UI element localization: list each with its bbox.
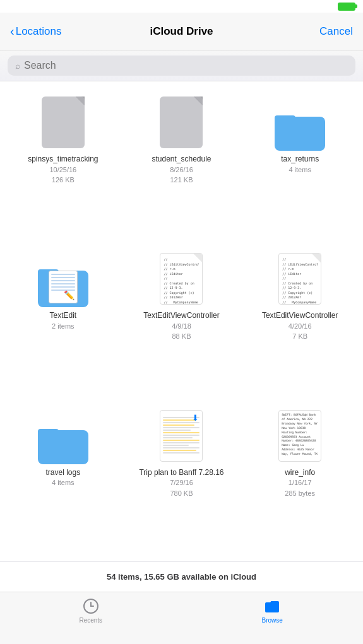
folder-icon: ✏️: [38, 250, 88, 307]
file-meta-items: 2 items: [52, 322, 74, 331]
file-meta-size: 780 KB: [170, 489, 193, 498]
nav-title: iCloud Drive: [150, 25, 213, 38]
tab-bar: Recents Browse: [0, 592, 363, 644]
list-item[interactable]: // // iEditViewControlle // r.m // iEdit…: [242, 245, 358, 397]
file-name: travel logs: [45, 468, 80, 478]
list-item[interactable]: student_schedule 8/26/16 121 KB: [124, 89, 240, 240]
file-icon: [38, 94, 88, 151]
file-grid: spinsys_timetracking 10/25/16 126 KB stu…: [0, 81, 363, 561]
file-meta-size: 88 KB: [172, 332, 191, 341]
file-meta-date: 4/9/18: [172, 322, 191, 331]
file-name: spinsys_timetracking: [28, 155, 98, 165]
list-item[interactable]: SWIFT: BOFAUSqN Bank of America, NA 222 …: [242, 402, 358, 554]
file-icon: // // iEditViewControlle // r.m // iEdit…: [156, 250, 206, 307]
file-meta-date: 7/29/16: [170, 478, 193, 488]
search-input[interactable]: [24, 60, 348, 71]
file-name: Trip plan to Banff 7.28.16: [139, 468, 223, 478]
file-meta-items: 4 items: [289, 165, 311, 175]
file-name: wire_info: [285, 468, 315, 478]
battery-icon: [338, 3, 355, 11]
back-label: Locations: [16, 25, 62, 38]
file-meta-size: 285 bytes: [285, 489, 315, 498]
file-name: tax_returns: [281, 155, 319, 165]
recents-icon: [82, 597, 100, 615]
file-name: TextEditViewController: [262, 311, 338, 321]
cancel-button[interactable]: Cancel: [319, 25, 353, 38]
list-item[interactable]: travel logs 4 items: [5, 402, 121, 554]
search-bar[interactable]: ⌕: [8, 56, 355, 76]
tab-recents[interactable]: Recents: [0, 597, 182, 624]
status-bar: [0, 0, 363, 13]
back-button[interactable]: ‹ Locations: [10, 24, 61, 38]
file-meta-items: 4 items: [52, 478, 74, 488]
file-meta-size: 7 KB: [292, 332, 307, 341]
chevron-left-icon: ‹: [10, 24, 15, 38]
nav-bar: ‹ Locations iCloud Drive Cancel: [0, 13, 363, 50]
browse-icon: [263, 597, 281, 615]
file-name: student_schedule: [152, 155, 211, 165]
footer-info: 54 items, 15.65 GB available on iCloud: [0, 561, 363, 592]
list-item[interactable]: // // iEditViewControlle // r.m // iEdit…: [124, 245, 240, 397]
file-icon: SWIFT: BOFAUSqN Bank of America, NA 222 …: [275, 407, 325, 464]
search-bar-container: ⌕: [0, 50, 363, 81]
file-meta-date: 1/16/17: [289, 478, 312, 488]
footer-text: 54 items, 15.65 GB available on iCloud: [107, 572, 256, 582]
file-meta-date: 8/26/16: [170, 165, 193, 175]
tab-browse[interactable]: Browse: [182, 597, 364, 624]
file-meta-date: 10/25/16: [49, 165, 76, 175]
file-name: TextEditViewController: [143, 311, 220, 321]
list-item[interactable]: spinsys_timetracking 10/25/16 126 KB: [5, 89, 121, 240]
list-item[interactable]: tax_returns 4 items: [242, 89, 358, 240]
recents-label: Recents: [79, 617, 102, 624]
folder-icon: [275, 94, 325, 151]
file-icon: // // iEditViewControlle // r.m // iEdit…: [275, 250, 325, 307]
list-item[interactable]: ✏️ TextEdit 2 items: [5, 245, 121, 397]
file-icon: [156, 94, 206, 151]
list-item[interactable]: ⬇: [124, 402, 240, 554]
file-meta-size: 121 KB: [170, 175, 193, 185]
file-name: TextEdit: [49, 311, 76, 321]
file-meta-size: 126 KB: [52, 175, 74, 185]
search-icon: ⌕: [15, 61, 20, 71]
file-icon: ⬇: [156, 407, 206, 464]
folder-icon: [38, 407, 88, 464]
file-meta-date: 4/20/16: [289, 322, 312, 331]
browse-label: Browse: [262, 617, 283, 624]
